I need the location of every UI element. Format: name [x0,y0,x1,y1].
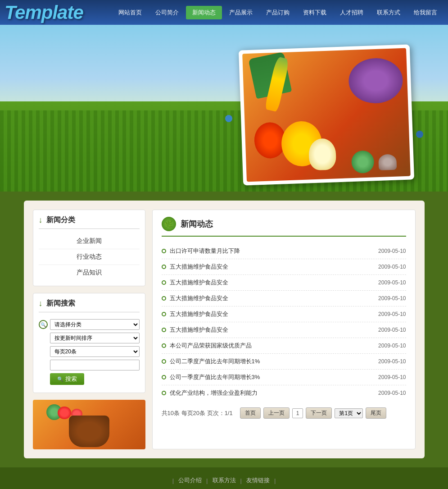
categories-icon: ↓ [39,215,43,225]
news-link[interactable]: 公司二季度产值比去年同期增长1% [170,357,375,366]
news-bullet [162,296,166,301]
news-link[interactable]: 优化产业结构，增强企业盈利能力 [170,389,375,397]
nav-item-资料下载[interactable]: 资料下载 [297,6,333,19]
sidebar-categories-title: ↓ 新闻分类 [39,215,140,229]
news-date: 2009-05-10 [378,390,406,396]
footer-divider-2: | [274,477,276,484]
hero-photo-inner [242,48,411,182]
news-bullet [162,328,166,332]
news-bullet [162,375,166,379]
sidebar-search-section: ↓ 新闻搜索 🔍 请选择分类 按更新时间排序 [33,293,145,393]
category-select[interactable]: 请选择分类 [50,319,140,330]
first-page-button[interactable]: 首页 [240,407,261,419]
sidebar-basket [69,416,109,447]
footer-divider-1: | [240,477,242,484]
main-nav: 网站首页公司简介新闻动态产品展示产品订购资料下载人才招聘联系方式给我留言 [104,6,443,19]
news-link[interactable]: 五大措施维护食品安全 [170,310,375,318]
search-perpage-row: 每页20条 [39,346,140,357]
news-bullet [162,265,166,269]
vegetable-mushroom [378,154,397,170]
news-bullet [162,391,166,395]
news-item: 五大措施维护食品安全 2009-05-10 [162,275,406,291]
news-link[interactable]: 五大措施维护食品安全 [170,294,375,302]
news-item: 公司二季度产值比去年同期增长1% 2009-05-10 [162,354,406,370]
news-date: 2009-05-10 [378,343,406,349]
nav-item-联系方式[interactable]: 联系方式 [371,6,407,19]
footer-link-联系方法[interactable]: 联系方法 [210,476,238,484]
header: Template 网站首页公司简介新闻动态产品展示产品订购资料下载人才招聘联系方… [0,0,448,25]
sidebar-category-产品知识[interactable]: 产品知识 [39,265,140,280]
hero-banner [0,25,448,192]
main-content: ↓ 新闻分类 企业新闻行业动态产品知识 ↓ 新闻搜索 🔍 请选择分 [24,192,425,467]
news-bullet [162,249,166,253]
news-bullet [162,280,166,285]
search-category-row: 🔍 请选择分类 [39,319,140,330]
next-page-button[interactable]: 下一页 [306,407,332,419]
sidebar-category-企业新闻[interactable]: 企业新闻 [39,233,140,249]
hero-photo-frame [239,44,414,185]
news-link[interactable]: 五大措施维护食品安全 [170,326,375,334]
news-date: 2009-05-10 [378,248,406,254]
news-section-title: 新闻动态 [181,219,213,229]
search-input[interactable] [50,360,140,370]
news-bullet [162,312,166,316]
site-logo: Template [5,2,104,23]
nav-item-产品展示[interactable]: 产品展示 [223,6,259,19]
search-form: 🔍 请选择分类 按更新时间排序 每页20条 [39,317,140,387]
last-page-button[interactable]: 尾页 [366,407,386,419]
news-link[interactable]: 本公司产品荣获国家级优质产品 [170,342,375,350]
news-item: 五大措施维护食品安全 2009-05-10 [162,291,406,306]
news-section-icon: 🌿 [162,217,176,231]
search-btn-icon: 🔍 [57,376,63,382]
news-bullet [162,343,166,348]
news-link[interactable]: 出口许可申请数量月比下降 [170,247,375,255]
news-panel: 🌿 新闻动态 出口许可申请数量月比下降 2009-05-10 五大措施维护食品安… [152,210,416,449]
news-item: 出口许可申请数量月比下降 2009-05-10 [162,243,406,259]
search-sort-row: 按更新时间排序 [39,333,140,343]
pagination: 共10条 每页20条 页次：1/1 首页 上一页 1 下一页 第1页 尾页 [162,407,406,419]
prev-page-button[interactable]: 上一页 [263,407,290,419]
sidebar-category-行业动态[interactable]: 行业动态 [39,249,140,265]
nav-item-网站首页[interactable]: 网站首页 [112,6,148,19]
news-item: 五大措施维护食品安全 2009-05-10 [162,306,406,322]
nav-item-人才招聘[interactable]: 人才招聘 [334,6,370,19]
news-item: 五大措施维护食品安全 2009-05-10 [162,322,406,338]
vegetable-onion [308,138,336,170]
news-item: 公司一季度产值比去年同期增长3% 2009-05-10 [162,370,406,385]
sort-select[interactable]: 按更新时间排序 [50,333,140,343]
news-item: 五大措施维护食品安全 2009-05-10 [162,259,406,275]
nav-item-给我留言[interactable]: 给我留言 [407,6,443,19]
slideshow-dot-1[interactable] [225,115,232,122]
news-date: 2009-05-10 [378,327,406,333]
perpage-select[interactable]: 每页20条 [50,346,140,357]
news-date: 2009-05-10 [378,264,406,270]
footer-link-友情链接[interactable]: 友情链接 [244,476,272,484]
footer: |公司介绍|联系方法|友情链接| 蔬菜企业网站 Copyright(C)2009… [0,467,448,489]
vegetable-broccoli [351,150,375,174]
sidebar-categories-section: ↓ 新闻分类 企业新闻行业动态产品知识 [33,210,145,286]
news-link[interactable]: 五大措施维护食品安全 [170,263,375,271]
page-jump-select[interactable]: 第1页 [335,408,363,418]
news-link[interactable]: 五大措施维护食品安全 [170,279,375,287]
slideshow-dot-2[interactable] [416,131,423,138]
footer-divider-start: | [172,477,174,484]
current-page: 1 [292,408,303,418]
sidebar-image [33,400,145,449]
search-section-icon: ↓ [39,299,43,308]
nav-item-公司简介[interactable]: 公司简介 [149,6,185,19]
news-link[interactable]: 公司一季度产值比去年同期增长3% [170,373,375,381]
search-button[interactable]: 🔍 搜索 [50,373,84,385]
nav-item-新闻动态[interactable]: 新闻动态 [186,6,222,19]
news-date: 2009-05-10 [378,295,406,302]
pagination-info: 共10条 每页20条 页次：1/1 [162,409,233,417]
nav-item-产品订购[interactable]: 产品订购 [260,6,296,19]
news-date: 2009-05-10 [378,311,406,317]
news-date: 2009-05-10 [378,358,406,365]
news-date: 2009-05-10 [378,279,406,286]
footer-link-公司介绍[interactable]: 公司介绍 [176,476,204,484]
content-wrapper: ↓ 新闻分类 企业新闻行业动态产品知识 ↓ 新闻搜索 🔍 请选择分 [24,201,425,458]
news-bullet [162,359,166,364]
footer-links: |公司介绍|联系方法|友情链接| [5,476,443,484]
vegetable-cabbage [348,57,403,104]
news-list: 出口许可申请数量月比下降 2009-05-10 五大措施维护食品安全 2009-… [162,243,406,401]
